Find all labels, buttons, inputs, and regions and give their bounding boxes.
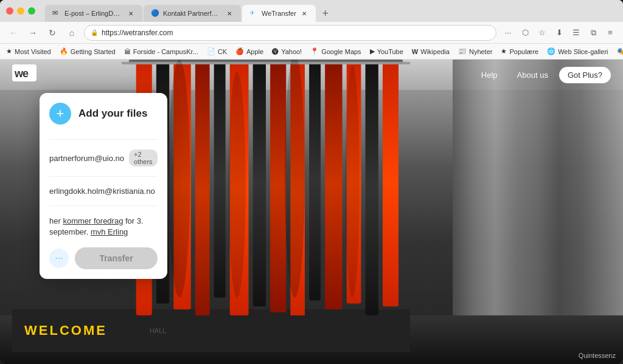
tab-email[interactable]: ✉ E-post – ErlingDokk.Holm@kri... ✕ bbox=[45, 5, 142, 22]
options-icon: ··· bbox=[55, 253, 63, 264]
bookmark-phantom[interactable]: 🎭 The Phantom of the... bbox=[617, 47, 624, 55]
bookmark-nyheter-label: Nyheter bbox=[469, 48, 493, 55]
tab-wetransfer-label: WeTransfer bbox=[262, 10, 296, 17]
tab-kontakt-close[interactable]: ✕ bbox=[225, 9, 234, 18]
bookmark-apple-label: Apple bbox=[246, 48, 263, 55]
bookmark-forside-label: Forside - CampusKr... bbox=[133, 48, 198, 55]
svg-rect-9 bbox=[309, 60, 321, 301]
options-button[interactable]: ··· bbox=[49, 249, 69, 268]
tab-email-label: E-post – ErlingDokk.Holm@kri... bbox=[64, 10, 123, 17]
maximize-window-button[interactable] bbox=[28, 7, 35, 15]
bookmark-forside[interactable]: 🏛 Forside - CampusKr... bbox=[124, 48, 198, 55]
hall-label: HALL bbox=[150, 327, 167, 334]
title-bar: ✉ E-post – ErlingDokk.Holm@kri... ✕ 🔵 Ko… bbox=[0, 0, 623, 22]
security-lock-icon: 🔒 bbox=[91, 29, 98, 36]
bookmark-populaere-label: Populære bbox=[509, 48, 538, 55]
reading-list-button[interactable]: ☰ bbox=[569, 26, 583, 39]
about-us-button[interactable]: About us bbox=[509, 67, 557, 83]
content-area: WELCOME HALL bbox=[0, 60, 623, 364]
menu-button[interactable]: ≡ bbox=[604, 26, 617, 39]
svg-rect-10 bbox=[325, 60, 342, 309]
sender-email: erlingdokk.holm@kristiania.no bbox=[49, 187, 155, 196]
message-field[interactable]: her kommer foredrag for 3. september. mv… bbox=[49, 211, 158, 245]
back-button[interactable]: ← bbox=[6, 26, 21, 40]
more-tools-button[interactable]: ··· bbox=[501, 26, 515, 39]
bookmark-getting-started[interactable]: 🔥 Getting Started bbox=[60, 47, 116, 55]
bookmark-most-visited-label: Most Visited bbox=[15, 48, 51, 55]
tab-email-favicon: ✉ bbox=[52, 9, 61, 18]
divider-1 bbox=[49, 139, 158, 140]
bookmark-star-button[interactable]: ☆ bbox=[535, 26, 549, 39]
nav-actions: ··· ⬡ ☆ ⬇ ☰ ⧉ ≡ bbox=[501, 26, 617, 39]
divider-2 bbox=[49, 176, 158, 177]
bookmark-yahoo[interactable]: 🅨 Yahoo! bbox=[272, 48, 302, 55]
svg-point-19 bbox=[345, 66, 360, 298]
minimize-window-button[interactable] bbox=[17, 7, 24, 15]
tab-wetransfer-close[interactable]: ✕ bbox=[300, 9, 308, 18]
bookmark-getting-started-label: Getting Started bbox=[71, 48, 116, 55]
bookmark-apple[interactable]: 🍎 Apple bbox=[235, 47, 263, 55]
bookmark-google-maps[interactable]: 📍 Google Maps bbox=[310, 47, 361, 55]
bookmark-ck-icon: 📄 bbox=[207, 47, 215, 55]
home-button[interactable]: ⌂ bbox=[64, 26, 79, 40]
bookmark-wikipedia-label: Wikipedia bbox=[420, 48, 450, 55]
svg-point-17 bbox=[228, 72, 245, 298]
mvh-link[interactable]: mvh Erling bbox=[91, 227, 128, 236]
divider-3 bbox=[49, 205, 158, 206]
watermark: Quintessenz bbox=[579, 352, 616, 359]
bookmark-ck[interactable]: 📄 CK bbox=[207, 47, 227, 55]
wetransfer-logo: we bbox=[12, 64, 37, 85]
tab-kontakt-favicon: 🔵 bbox=[151, 9, 159, 18]
sender-email-field[interactable]: erlingdokk.holm@kristiania.no bbox=[49, 182, 158, 201]
download-button[interactable]: ⬇ bbox=[552, 26, 566, 39]
add-files-button[interactable]: + Add your files bbox=[49, 103, 158, 125]
tab-wetransfer[interactable]: ✈ WeTransfer ✕ bbox=[242, 5, 316, 22]
recipient-field[interactable]: partnerforum@uio.no +2 others bbox=[49, 145, 158, 171]
add-icon: + bbox=[49, 103, 71, 125]
svg-rect-3 bbox=[195, 60, 210, 315]
url-text: https://wetransfer.com bbox=[102, 29, 173, 37]
bookmark-most-visited[interactable]: ★ Most Visited bbox=[6, 47, 51, 55]
bookmark-getting-started-icon: 🔥 bbox=[60, 47, 68, 55]
bookmark-yahoo-icon: 🅨 bbox=[272, 48, 279, 55]
bookmark-youtube[interactable]: ▶ YouTube bbox=[370, 47, 403, 55]
refresh-button[interactable]: ↻ bbox=[45, 26, 60, 40]
close-window-button[interactable] bbox=[6, 7, 13, 15]
bookmark-nyheter[interactable]: 📰 Nyheter bbox=[458, 47, 493, 55]
watermark-text: Quintessenz bbox=[579, 352, 616, 359]
forward-button[interactable]: → bbox=[26, 26, 40, 40]
bookmark-nyheter-icon: 📰 bbox=[458, 47, 467, 55]
kommer-link[interactable]: kommer foredrag bbox=[63, 216, 123, 225]
transfer-button[interactable]: Transfer bbox=[75, 247, 158, 269]
tab-kontakt-label: Kontakt Partnerforum - Univer... bbox=[163, 10, 221, 17]
add-files-label: Add your files bbox=[78, 108, 147, 120]
bookmarks-bar: ★ Most Visited 🔥 Getting Started 🏛 Forsi… bbox=[0, 44, 623, 60]
card-footer: ··· Transfer bbox=[49, 247, 158, 269]
bookmark-yahoo-label: Yahoo! bbox=[281, 48, 302, 55]
bookmark-wikipedia-icon: W bbox=[412, 48, 418, 55]
tab-email-close[interactable]: ✕ bbox=[127, 9, 135, 18]
tab-bar: ✉ E-post – ErlingDokk.Holm@kri... ✕ 🔵 Ko… bbox=[45, 0, 334, 22]
bookmark-populaere[interactable]: ★ Populære bbox=[501, 47, 538, 55]
bookmark-google-maps-label: Google Maps bbox=[321, 48, 361, 55]
bookmark-apple-icon: 🍎 bbox=[235, 47, 244, 55]
bookmark-populaere-icon: ★ bbox=[501, 47, 507, 55]
svg-rect-6 bbox=[253, 60, 266, 306]
bookmark-web-slice[interactable]: 🌐 Web Slice-galleri bbox=[547, 47, 608, 55]
help-button[interactable]: Help bbox=[473, 67, 506, 83]
svg-text:we: we bbox=[14, 67, 29, 80]
new-tab-button[interactable]: + bbox=[317, 5, 334, 22]
tab-kontakt[interactable]: 🔵 Kontakt Partnerforum - Univer... ✕ bbox=[144, 5, 241, 22]
bookmark-youtube-label: YouTube bbox=[377, 48, 403, 55]
bookmark-youtube-icon: ▶ bbox=[370, 47, 375, 55]
message-text: her kommer foredrag for 3. september. mv… bbox=[49, 216, 144, 236]
address-bar[interactable]: 🔒 https://wetransfer.com bbox=[84, 25, 496, 41]
svg-point-16 bbox=[169, 60, 190, 298]
pocket-button[interactable]: ⬡ bbox=[518, 26, 532, 39]
bookmark-wikipedia[interactable]: W Wikipedia bbox=[412, 48, 450, 55]
recipient-email: partnerforum@uio.no bbox=[49, 154, 124, 163]
wetransfer-header: we Help About us Got Plus? bbox=[0, 60, 623, 90]
synced-tabs-button[interactable]: ⧉ bbox=[586, 26, 600, 39]
got-plus-button[interactable]: Got Plus? bbox=[559, 67, 611, 83]
bookmark-forside-icon: 🏛 bbox=[124, 48, 131, 55]
